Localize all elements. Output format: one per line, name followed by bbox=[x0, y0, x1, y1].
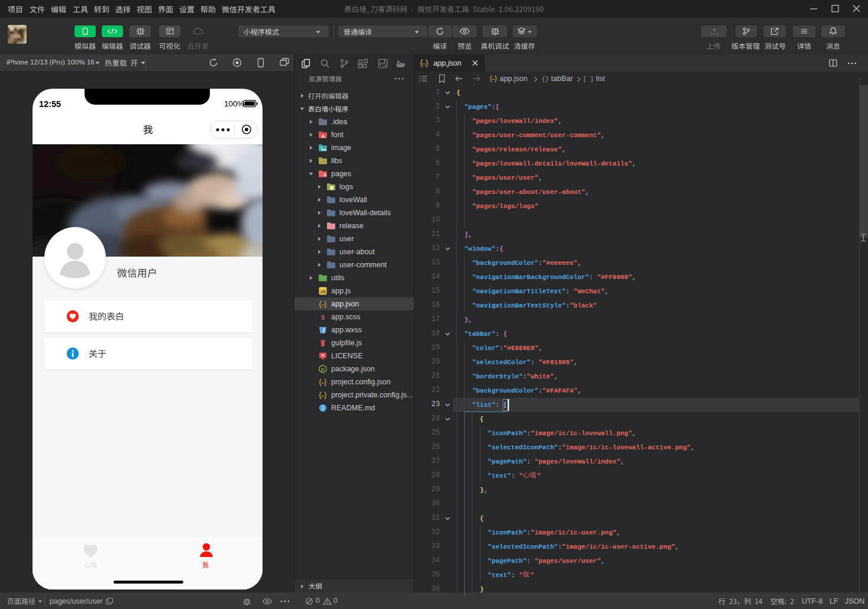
svg-text:{}: {} bbox=[542, 76, 549, 82]
svg-text:JS: JS bbox=[320, 289, 326, 294]
svg-text:S: S bbox=[321, 313, 325, 322]
svg-text:js: js bbox=[320, 367, 325, 372]
svg-text:A: A bbox=[322, 134, 325, 139]
svg-text:[ ]: [ ] bbox=[584, 76, 593, 82]
